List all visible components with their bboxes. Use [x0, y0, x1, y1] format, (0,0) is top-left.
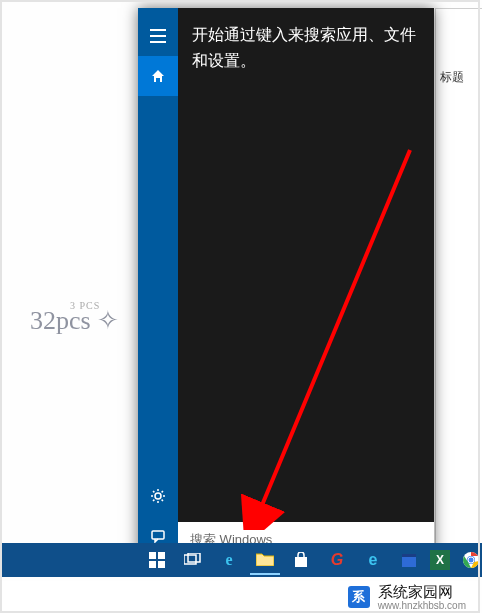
search-panel-rail — [138, 8, 178, 556]
watermark-url-text: www.hnzkhbsb.com — [378, 600, 466, 611]
watermark-logo-icon: 系 — [348, 586, 370, 608]
svg-rect-5 — [149, 561, 156, 568]
svg-rect-9 — [295, 557, 307, 567]
right-edge-strip — [482, 0, 500, 613]
store-icon[interactable] — [286, 545, 316, 575]
search-panel-body: 开始通过键入来搜索应用、文件和设置。 — [178, 8, 434, 556]
search-hint-text: 开始通过键入来搜索应用、文件和设置。 — [178, 8, 434, 74]
svg-point-14 — [468, 557, 474, 563]
svg-rect-4 — [158, 552, 165, 559]
gear-icon[interactable] — [138, 476, 178, 516]
home-icon[interactable] — [138, 56, 178, 96]
start-button[interactable] — [142, 545, 172, 575]
svg-rect-6 — [158, 561, 165, 568]
search-panel: 开始通过键入来搜索应用、文件和设置。 — [138, 8, 434, 556]
logo-script-text: 32pcs ✧ — [30, 306, 119, 335]
excel-icon[interactable]: X — [430, 550, 450, 570]
decorative-logo: 3 PCS 32pcs ✧ — [30, 300, 119, 336]
ie-icon[interactable]: e — [358, 545, 388, 575]
hamburger-icon[interactable] — [138, 16, 178, 56]
taskbar: e G e X — [0, 543, 500, 577]
svg-rect-1 — [152, 531, 164, 539]
file-explorer-icon[interactable] — [250, 545, 280, 575]
svg-point-0 — [155, 493, 161, 499]
svg-rect-11 — [402, 554, 416, 557]
watermark-bar: 系 系统家园网 www.hnzkhbsb.com — [0, 581, 480, 613]
calendar-icon[interactable] — [394, 545, 424, 575]
desktop-background: 标题 3 PCS 32pcs ✧ 开始通过键入来搜索应用、文件和设置。 — [0, 0, 500, 613]
svg-rect-3 — [149, 552, 156, 559]
edge-icon[interactable]: e — [214, 545, 244, 575]
background-window-label: 标题 — [440, 69, 464, 86]
app-red-icon[interactable]: G — [322, 545, 352, 575]
task-view-icon[interactable] — [178, 545, 208, 575]
